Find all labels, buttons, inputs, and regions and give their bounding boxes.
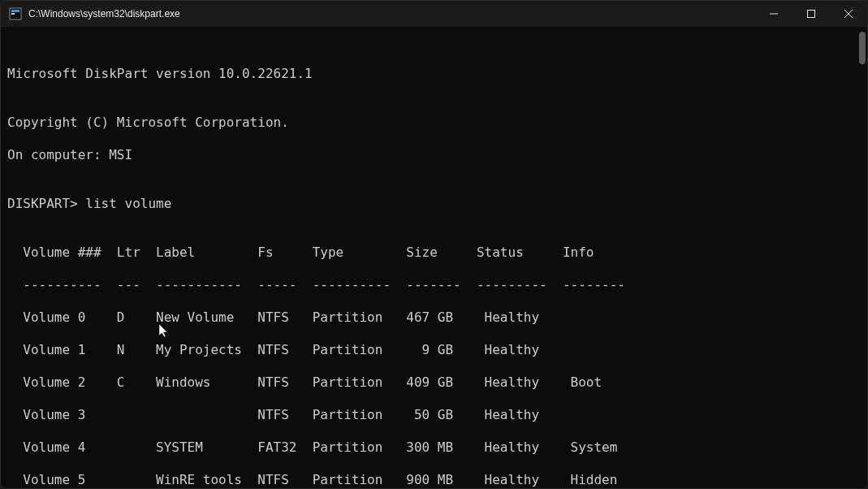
output-line: On computer: MSI: [7, 147, 867, 163]
output-line: Microsoft DiskPart version 10.0.22621.1: [7, 66, 867, 82]
command-text: list volume: [78, 196, 172, 211]
titlebar[interactable]: C:\Windows\system32\diskpart.exe: [1, 1, 867, 27]
scrollbar-thumb[interactable]: [859, 32, 866, 64]
table-header: Volume ### Ltr Label Fs Type Size Status…: [7, 244, 867, 261]
window-title: C:\Windows\system32\diskpart.exe: [28, 8, 755, 19]
table-row: Volume 4 SYSTEM FAT32 Partition 300 MB H…: [7, 439, 867, 456]
app-icon: [9, 7, 22, 20]
minimize-button[interactable]: [755, 1, 792, 27]
terminal-output[interactable]: Microsoft DiskPart version 10.0.22621.1 …: [1, 27, 867, 488]
table-row: Volume 5 WinRE tools NTFS Partition 900 …: [7, 472, 867, 488]
prompt: DISKPART>: [7, 196, 78, 211]
close-button[interactable]: [830, 1, 867, 27]
svg-rect-1: [11, 10, 19, 12]
window-controls: [755, 1, 867, 27]
command-line: DISKPART> list volume: [7, 196, 867, 212]
table-separator: ---------- --- ----------- ----- -------…: [7, 277, 867, 293]
svg-rect-4: [808, 11, 815, 18]
table-row: Volume 0 D New Volume NTFS Partition 467…: [7, 309, 867, 326]
output-line: Copyright (C) Microsoft Corporation.: [7, 115, 867, 131]
table-row: Volume 1 N My Projects NTFS Partition 9 …: [7, 342, 867, 358]
table-row: Volume 3 NTFS Partition 50 GB Healthy: [7, 407, 867, 423]
svg-rect-2: [11, 13, 15, 15]
maximize-button[interactable]: [792, 1, 830, 27]
table-row: Volume 2 C Windows NTFS Partition 409 GB…: [7, 374, 867, 391]
diskpart-window: C:\Windows\system32\diskpart.exe Microso…: [0, 0, 868, 489]
